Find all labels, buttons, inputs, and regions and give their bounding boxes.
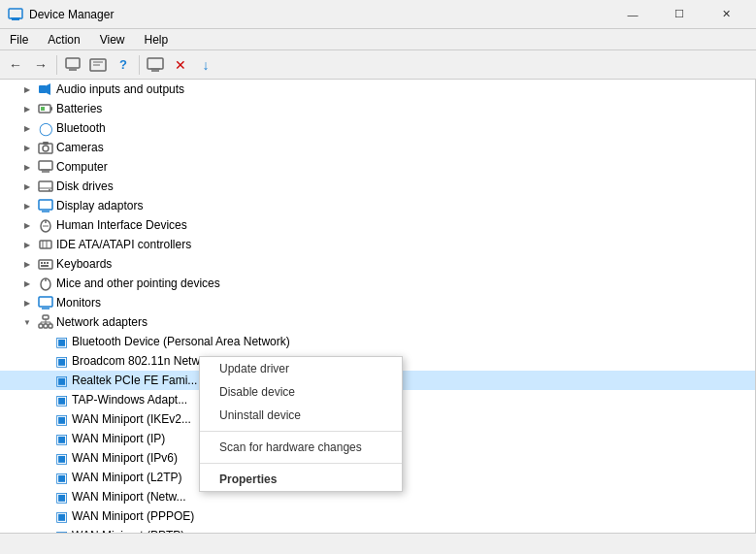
expand-cameras[interactable]: ▶ xyxy=(19,140,35,155)
expand-batteries[interactable]: ▶ xyxy=(19,101,35,116)
svg-rect-2 xyxy=(11,17,20,18)
net8-label: WAN Miniport (L2TP) xyxy=(72,471,182,484)
bluetooth-label: Bluetooth xyxy=(56,121,106,135)
expand-hid[interactable]: ▶ xyxy=(19,217,35,233)
toolbar: ← → ? ✕ ↓ xyxy=(0,50,756,80)
forward-button[interactable]: → xyxy=(29,53,52,77)
net4-icon: ▣ xyxy=(53,392,69,407)
net8-icon: ▣ xyxy=(53,470,69,485)
hid-icon xyxy=(38,217,53,233)
net5-label: WAN Miniport (IKEv2... xyxy=(72,412,191,426)
expand-disk[interactable]: ▶ xyxy=(19,179,35,194)
batteries-label: Batteries xyxy=(56,102,102,115)
properties-button[interactable] xyxy=(61,53,84,77)
svg-rect-45 xyxy=(49,324,52,328)
expand-display[interactable]: ▶ xyxy=(19,198,35,213)
menu-file[interactable]: File xyxy=(0,31,38,49)
net3-label: Realtek PCIe FE Fami... xyxy=(72,374,197,387)
expand-mice[interactable]: ▶ xyxy=(19,276,35,291)
disk-label: Disk drives xyxy=(56,179,114,193)
tree-item-ide[interactable]: ▶ IDE ATA/ATAPI controllers xyxy=(0,235,755,254)
net6-icon: ▣ xyxy=(53,431,69,446)
svg-rect-1 xyxy=(12,18,19,20)
tree-item-bluetooth[interactable]: ▶ ◯ Bluetooth xyxy=(0,118,755,138)
monitors-label: Monitors xyxy=(56,296,101,310)
tree-item-audio[interactable]: ▶ Audio inputs and outputs xyxy=(0,80,755,99)
tree-item-keyboards[interactable]: ▶ Keyboards xyxy=(0,254,755,274)
svg-rect-37 xyxy=(41,265,49,267)
expand-computer[interactable]: ▶ xyxy=(19,159,35,175)
menu-action[interactable]: Action xyxy=(38,31,89,49)
tree-item-mice[interactable]: ▶ Mice and other pointing devices xyxy=(0,274,755,293)
net5-icon: ▣ xyxy=(53,411,69,427)
ctx-update[interactable]: Update driver xyxy=(200,357,402,380)
ctx-disable[interactable]: Disable device xyxy=(200,380,402,404)
expand-network[interactable]: ▼ xyxy=(19,314,35,330)
display-label: Display adaptors xyxy=(56,199,143,212)
net9-label: WAN Miniport (Netw... xyxy=(72,490,186,504)
expand-ide[interactable]: ▶ xyxy=(19,237,35,252)
net1-label: Bluetooth Device (Personal Area Network) xyxy=(72,335,290,348)
tree-item-disk[interactable]: ▶ Disk drives xyxy=(0,177,755,196)
net6-label: WAN Miniport (IP) xyxy=(72,432,165,445)
tree-item-monitors[interactable]: ▶ Monitors xyxy=(0,293,755,312)
audio-label: Audio inputs and outputs xyxy=(56,82,184,96)
ctx-properties[interactable]: Properties xyxy=(200,468,402,491)
svg-rect-33 xyxy=(39,260,52,269)
toolbar-sep-2 xyxy=(139,55,140,75)
net3-icon: ▣ xyxy=(53,373,69,388)
svg-rect-36 xyxy=(47,262,49,264)
tree-item-cameras[interactable]: ▶ Cameras xyxy=(0,138,755,157)
tree-item-display[interactable]: ▶ Display adaptors xyxy=(0,196,755,215)
keyboards-label: Keyboards xyxy=(56,257,112,271)
tree-item-computer[interactable]: ▶ Computer xyxy=(0,157,755,177)
svg-rect-35 xyxy=(44,262,46,264)
network-label: Network adapters xyxy=(56,315,148,329)
svg-rect-44 xyxy=(44,324,48,328)
ctx-scan[interactable]: Scan for hardware changes xyxy=(200,436,402,459)
tree-item-batteries[interactable]: ▶ Batteries xyxy=(0,99,755,118)
net9-icon: ▣ xyxy=(53,489,69,505)
net7-icon: ▣ xyxy=(53,450,69,466)
net10-icon: ▣ xyxy=(53,508,69,524)
svg-rect-0 xyxy=(9,9,22,18)
computer-button[interactable] xyxy=(144,53,167,77)
tree-item-net1[interactable]: ▶ ▣ Bluetooth Device (Personal Area Netw… xyxy=(0,332,755,351)
menu-bar: File Action View Help xyxy=(0,29,756,50)
svg-rect-8 xyxy=(148,58,163,69)
menu-help[interactable]: Help xyxy=(135,31,179,49)
mice-icon xyxy=(38,276,53,291)
ctx-uninstall[interactable]: Uninstall device xyxy=(200,404,402,427)
svg-rect-22 xyxy=(39,181,52,191)
context-menu: Update driver Disable device Uninstall d… xyxy=(199,356,403,492)
minimize-button[interactable]: — xyxy=(610,0,655,29)
disk-icon xyxy=(38,179,53,194)
tree-item-hid[interactable]: ▶ Human Interface Devices xyxy=(0,215,755,235)
delete-button[interactable]: ✕ xyxy=(169,53,192,77)
expand-bluetooth[interactable]: ▶ xyxy=(19,120,35,136)
tree-item-network[interactable]: ▼ Network adapters xyxy=(0,312,755,332)
menu-view[interactable]: View xyxy=(90,31,135,49)
svg-rect-11 xyxy=(39,85,47,93)
scan-button[interactable]: ↓ xyxy=(194,53,217,77)
net4-label: TAP-Windows Adapt... xyxy=(72,393,187,407)
net1-icon: ▣ xyxy=(53,334,69,349)
maximize-button[interactable]: ☐ xyxy=(657,0,702,29)
update-button[interactable] xyxy=(86,53,110,77)
main-area: ▶ Audio inputs and outputs ▶ Batteries ▶… xyxy=(0,80,756,533)
status-bar xyxy=(0,533,756,554)
svg-marker-12 xyxy=(47,83,50,95)
ide-label: IDE ATA/ATAPI controllers xyxy=(56,238,191,251)
tree-item-net10[interactable]: ▶ ▣ WAN Miniport (PPPOE) xyxy=(0,506,755,526)
computer-icon xyxy=(38,159,53,175)
tree-item-net11[interactable]: ▶ ▣ WAN Miniport (PPTP) xyxy=(0,526,755,533)
help-button[interactable]: ? xyxy=(112,53,135,77)
close-button[interactable]: ✕ xyxy=(704,0,748,29)
expand-keyboards[interactable]: ▶ xyxy=(19,256,35,272)
ide-icon xyxy=(38,237,53,252)
svg-rect-42 xyxy=(43,315,49,319)
expand-monitors[interactable]: ▶ xyxy=(19,295,35,310)
svg-rect-19 xyxy=(39,161,52,170)
expand-audio[interactable]: ▶ xyxy=(19,81,35,97)
back-button[interactable]: ← xyxy=(4,53,27,77)
